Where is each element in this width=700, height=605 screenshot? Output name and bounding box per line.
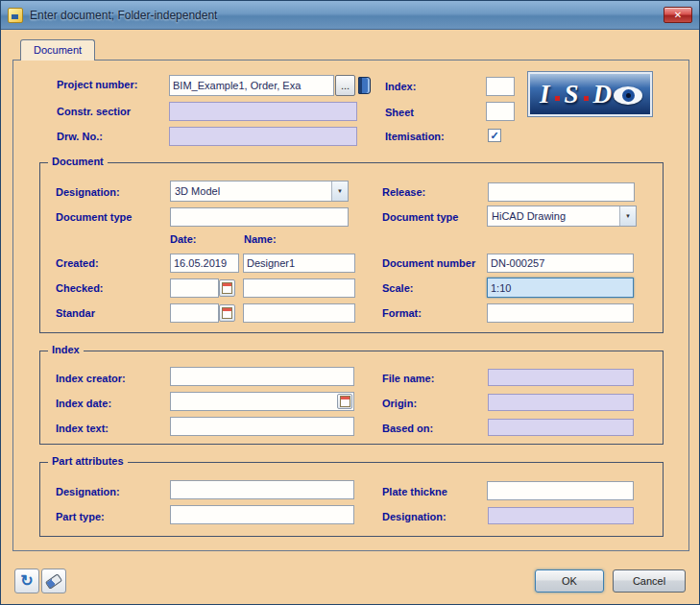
title-bar: Enter document; Folder-independent ✕	[1, 1, 699, 30]
close-icon: ✕	[674, 10, 682, 20]
cancel-button[interactable]: Cancel	[613, 569, 686, 593]
refresh-icon: ↻	[20, 573, 33, 589]
tab-page	[12, 60, 689, 551]
clear-fields-button[interactable]	[41, 569, 66, 593]
close-button[interactable]: ✕	[664, 7, 692, 23]
app-icon	[8, 8, 23, 23]
tab-document[interactable]: Document	[20, 39, 95, 60]
eraser-icon	[45, 573, 62, 590]
window-title: Enter document; Folder-independent	[30, 9, 217, 22]
dialog-window: Enter document; Folder-independent ✕ Doc…	[0, 0, 700, 605]
ok-button[interactable]: OK	[535, 569, 604, 593]
refresh-button[interactable]: ↻	[14, 569, 39, 593]
